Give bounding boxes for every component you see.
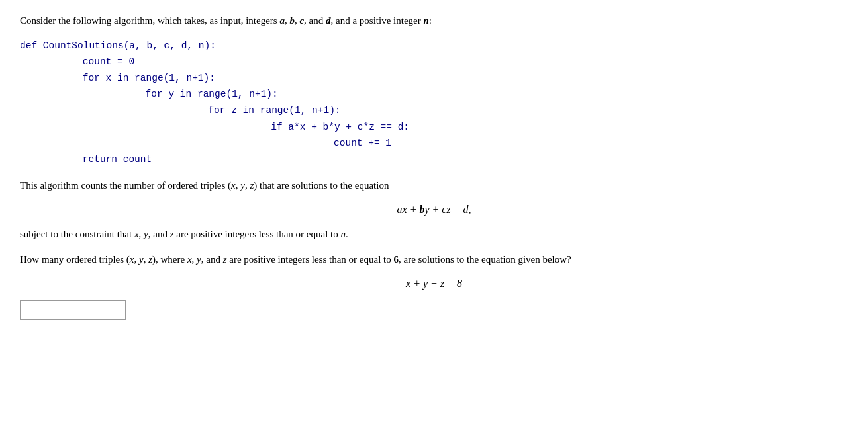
equation-1: ax + by + cz = d, [20,204,848,216]
question-paragraph: How many ordered triples (x, y, z), wher… [20,251,848,267]
intro-paragraph: Consider the following algorithm, which … [20,13,848,28]
code-line-5: if a*x + b*y + c*z == d: [20,119,848,136]
code-line-4: for z in range(1, n+1): [20,103,848,119]
answer-input[interactable] [20,300,126,320]
code-line-7: return count [20,151,848,168]
code-def-line: def CountSolutions(a, b, c, d, n): [20,38,848,54]
code-block: def CountSolutions(a, b, c, d, n): count… [20,38,848,168]
code-line-3: for y in range(1, n+1): [20,86,848,103]
equation-2: x + y + z = 8 [20,278,848,290]
code-line-1: count = 0 [20,54,848,70]
code-line-2: for x in range(1, n+1): [20,70,848,87]
code-line-6: count += 1 [20,135,848,151]
description-paragraph-1: This algorithm counts the number of orde… [20,177,848,193]
constraint-paragraph: subject to the constraint that x, y, and… [20,226,848,242]
